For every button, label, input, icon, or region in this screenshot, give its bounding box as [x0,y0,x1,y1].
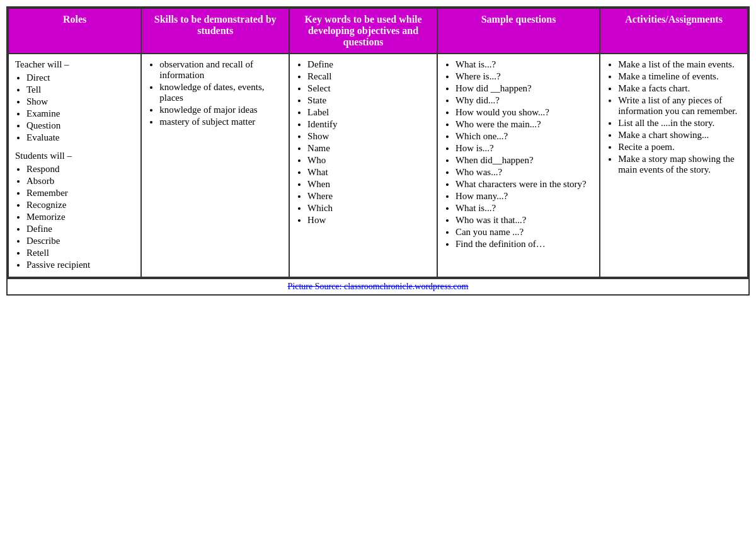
list-item: How many...? [455,191,593,202]
list-item: Retell [26,248,134,258]
list-item: Label [307,107,430,118]
list-item: Memorize [26,212,134,222]
list-item: Can you name ...? [455,227,593,238]
list-item: Make a facts chart. [618,83,741,94]
list-item: What is...? [455,203,593,214]
roles-cell: Teacher will – DirectTellShowExamineQues… [8,54,141,277]
activities-cell: Make a list of the main events.Make a ti… [600,54,748,277]
list-item: Name [307,143,430,154]
list-item: Select [307,83,430,94]
list-item: What is...? [455,59,593,70]
header-questions: Sample questions [437,8,600,54]
list-item: Who [307,155,430,166]
skills-list: observation and recall of informationkno… [148,59,282,127]
students-list: RespondAbsorbRememberRecognizeMemorizeDe… [15,164,134,270]
main-table-wrapper: Roles Skills to be demonstrated by stude… [6,6,750,296]
list-item: Identify [307,119,430,130]
body-row: Teacher will – DirectTellShowExamineQues… [8,54,748,277]
list-item: Define [26,224,134,234]
list-item: Find the definition of… [455,239,593,250]
header-keywords: Key words to be used while developing ob… [289,8,437,54]
list-item: How did __happen? [455,83,593,94]
list-item: Make a timeline of events. [618,71,741,82]
list-item: Make a story map showing the main events… [618,154,741,175]
list-item: How would you show...? [455,107,593,118]
list-item: Which [307,203,430,214]
keywords-cell: DefineRecallSelectStateLabelIdentifyShow… [289,54,437,277]
header-activities: Activities/Assignments [600,8,748,54]
list-item: Make a chart showing... [618,130,741,141]
list-item: Where is...? [455,71,593,82]
list-item: Which one...? [455,131,593,142]
teacher-title: Teacher will – [15,59,134,70]
list-item: What characters were in the story? [455,179,593,190]
header-roles: Roles [8,8,141,54]
questions-cell: What is...?Where is...?How did __happen?… [437,54,600,277]
list-item: Recite a poem. [618,142,741,152]
list-item: Examine [26,108,134,119]
list-item: What [307,167,430,178]
activities-list: Make a list of the main events.Make a ti… [607,59,741,175]
students-section: Students will – RespondAbsorbRememberRec… [15,151,134,270]
list-item: Who was...? [455,167,593,178]
list-item: Who were the main...? [455,119,593,130]
list-item: When [307,179,430,190]
list-item: Remember [26,188,134,198]
teacher-list: DirectTellShowExamineQuestionEvaluate [15,72,134,143]
skills-cell: observation and recall of informationkno… [141,54,289,277]
questions-list: What is...?Where is...?How did __happen?… [444,59,593,250]
main-table: Roles Skills to be demonstrated by stude… [8,8,748,278]
list-item: Where [307,191,430,202]
teacher-section: Teacher will – DirectTellShowExamineQues… [15,59,134,143]
list-item: Who was it that...? [455,215,593,226]
header-row: Roles Skills to be demonstrated by stude… [8,8,748,54]
list-item: Direct [26,72,134,83]
list-item: Write a list of any pieces of informatio… [618,95,741,117]
list-item: Describe [26,236,134,246]
header-skills: Skills to be demonstrated by students [141,8,289,54]
list-item: mastery of subject matter [159,117,282,127]
list-item: Absorb [26,176,134,187]
list-item: How [307,215,430,226]
list-item: Make a list of the main events. [618,59,741,70]
list-item: Define [307,59,430,70]
source-link: Picture Source: classroomchronicle.wordp… [8,278,748,294]
list-item: When did__happen? [455,155,593,166]
list-item: How is...? [455,143,593,154]
list-item: knowledge of dates, events, places [159,82,282,103]
list-item: Recognize [26,200,134,210]
list-item: Show [26,96,134,107]
list-item: State [307,95,430,106]
list-item: Why did...? [455,95,593,106]
list-item: Tell [26,84,134,95]
list-item: Recall [307,71,430,82]
keywords-list: DefineRecallSelectStateLabelIdentifyShow… [296,59,430,226]
list-item: List all the ....in the story. [618,118,741,129]
list-item: Respond [26,164,134,175]
list-item: Evaluate [26,132,134,143]
list-item: Show [307,131,430,142]
students-title: Students will – [15,151,134,161]
list-item: Passive recipient [26,260,134,270]
list-item: Question [26,120,134,131]
list-item: knowledge of major ideas [159,105,282,115]
list-item: observation and recall of information [159,59,282,81]
